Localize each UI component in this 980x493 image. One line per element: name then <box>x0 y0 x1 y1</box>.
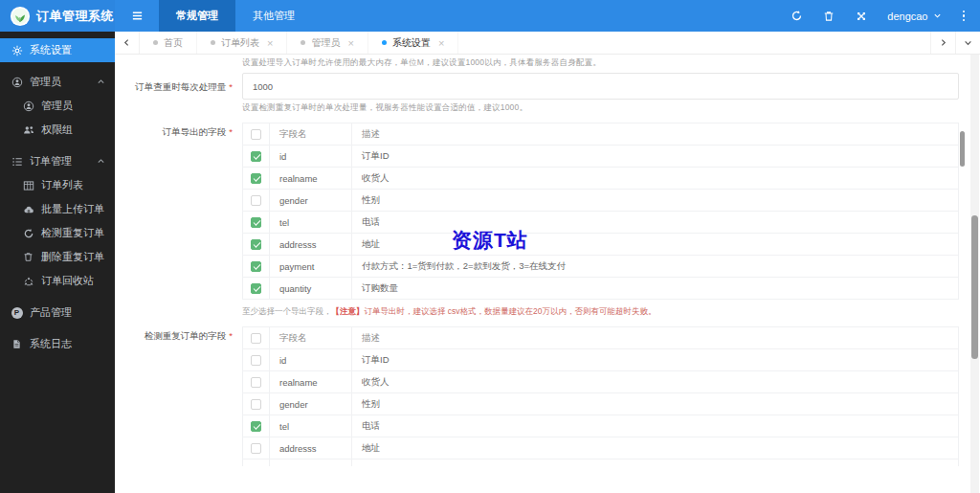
row-checkbox[interactable] <box>251 421 261 432</box>
row-checkbox[interactable] <box>251 217 261 228</box>
tab-label: 系统设置 <box>392 36 431 50</box>
sidebar-item-label: 管理员 <box>41 99 73 113</box>
tabs: 首页 订单列表 × 管理员 × 系统设置 × <box>140 32 458 54</box>
tab-home[interactable]: 首页 <box>140 32 197 54</box>
tab-scroll-left-button[interactable] <box>115 32 140 54</box>
tab-label: 管理员 <box>311 36 340 50</box>
column-header-field: 字段名 <box>270 327 352 349</box>
collapse-sidebar-button[interactable] <box>115 0 159 32</box>
recycle-icon <box>22 275 34 287</box>
page-scrollbar-thumb[interactable] <box>971 215 978 359</box>
settings-form: 设置处理导入订单时允许使用的最大内存，单位M，建议设置1000以内，具体看服务器… <box>115 55 980 466</box>
list-icon <box>11 155 23 168</box>
table-row: payment 付款方式：1=货到付款，2=款到发货，3=在线支付 <box>243 256 959 278</box>
table-row: gender 性别 <box>243 190 959 212</box>
row-checkbox[interactable] <box>251 151 261 162</box>
sidebar-item-label: 删除重复订单 <box>41 250 104 264</box>
sidebar-item-system-logs[interactable]: 系统日志 <box>0 332 115 356</box>
table-row: addresss 地址 <box>243 437 959 459</box>
table-icon <box>22 179 34 191</box>
table-row: gender 性别 <box>243 393 959 415</box>
export-note-text: 至少选择一个导出字段，【注意】订单导出时，建议选择 csv格式，数据量建议在20… <box>242 306 980 318</box>
top-menu-other[interactable]: 其他管理 <box>235 0 312 32</box>
select-all-checkbox[interactable] <box>251 333 261 344</box>
refresh-c-icon <box>22 227 34 239</box>
trash-icon <box>22 251 34 263</box>
tab-close-icon[interactable]: × <box>347 37 353 49</box>
page-scrollbar <box>970 55 979 493</box>
table-row: quantity 订购数量 <box>243 278 959 300</box>
logo-area: 订单管理系统 <box>0 0 115 32</box>
column-header-desc: 描述 <box>352 123 959 146</box>
row-checkbox[interactable] <box>251 399 261 410</box>
sidebar-item-label: 订单列表 <box>41 178 83 192</box>
sidebar-group-label: 管理员 <box>30 75 61 89</box>
tab-dot <box>301 40 305 45</box>
tab-dot <box>153 40 158 45</box>
users-icon <box>22 123 34 136</box>
sidebar-group-orders[interactable]: 订单管理 <box>0 149 115 173</box>
row-checkbox[interactable] <box>251 283 261 294</box>
column-header-field: 字段名 <box>270 123 352 146</box>
sidebar-item-detect-duplicate-orders[interactable]: 检测重复订单 <box>0 221 115 245</box>
select-all-checkbox[interactable] <box>251 129 261 140</box>
sidebar-group-admin[interactable]: 管理员 <box>0 70 115 94</box>
fullscreen-icon[interactable] <box>855 10 868 23</box>
sidebar-item-admin[interactable]: 管理员 <box>0 94 115 118</box>
sidebar-item-label: 系统日志 <box>30 337 72 351</box>
export-fields-row: 订单导出的字段* 字段名 描述 id 订单ID <box>115 118 980 300</box>
app-logo-sprout-icon <box>10 6 31 27</box>
user-icon <box>22 100 34 112</box>
sidebar-item-order-list[interactable]: 订单列表 <box>0 173 115 197</box>
duplicate-fields-row: 检测重复订单的字段* 字段名 描述 id 订单ID <box>115 322 980 466</box>
sidebar-item-product-management[interactable]: P 产品管理 <box>0 301 115 325</box>
tab-order-list[interactable]: 订单列表 × <box>197 32 287 54</box>
tab-close-icon[interactable]: × <box>438 37 444 49</box>
tab-system-settings[interactable]: 系统设置 × <box>368 32 458 54</box>
row-checkbox[interactable] <box>251 443 261 454</box>
table-row: realname 收货人 <box>243 168 959 190</box>
batch-size-row: 订单查重时每次处理量* <box>115 73 980 100</box>
batch-size-help-text: 设置检测重复订单时的单次处理量，视服务器性能设置合适的值，建议1000。 <box>242 102 980 114</box>
inner-scrollbar-thumb[interactable] <box>960 131 965 167</box>
tab-close-icon[interactable]: × <box>267 37 273 49</box>
row-checkbox[interactable] <box>251 239 261 250</box>
required-asterisk: * <box>229 81 233 92</box>
app-window: 订单管理系统 常规管理 其他管理 dengcao <box>0 0 980 493</box>
tab-admin[interactable]: 管理员 × <box>287 32 368 54</box>
top-menu: 常规管理 其他管理 <box>159 0 312 32</box>
sidebar-item-batch-upload-orders[interactable]: 批量上传订单 <box>0 197 115 221</box>
tab-label: 首页 <box>164 36 183 50</box>
sidebar: 系统设置 管理员 管理员 权限组 <box>0 32 115 493</box>
row-checkbox[interactable] <box>251 355 261 366</box>
row-checkbox[interactable] <box>251 195 261 206</box>
file-icon <box>11 338 23 350</box>
sidebar-item-delete-duplicate-orders[interactable]: 删除重复订单 <box>0 245 115 269</box>
sidebar-item-label: 系统设置 <box>30 43 72 57</box>
table-row: tel 电话 <box>243 212 959 234</box>
tab-menu-button[interactable] <box>955 32 980 54</box>
chevron-down-icon <box>964 38 972 47</box>
more-menu-icon[interactable] <box>961 9 968 24</box>
row-checkbox[interactable] <box>251 377 261 388</box>
table-header-row: 字段名 描述 <box>243 123 959 146</box>
row-checkbox[interactable] <box>251 261 261 272</box>
tab-scroll-right-button[interactable] <box>930 32 955 54</box>
export-fields-table: 字段名 描述 id 订单ID realname 收货人 <box>242 123 959 300</box>
required-asterisk: * <box>229 126 233 137</box>
sidebar-item-permission-groups[interactable]: 权限组 <box>0 118 115 142</box>
sidebar-item-label: 产品管理 <box>30 305 72 320</box>
user-menu[interactable]: dengcao <box>887 11 941 22</box>
row-checkbox[interactable] <box>251 173 261 184</box>
sidebar-item-order-recycle-bin[interactable]: 订单回收站 <box>0 269 115 293</box>
app-title: 订单管理系统 <box>36 8 114 25</box>
top-menu-general[interactable]: 常规管理 <box>159 0 235 32</box>
tab-label: 订单列表 <box>221 36 259 50</box>
chevron-left-icon <box>122 38 131 47</box>
sidebar-item-system-settings[interactable]: 系统设置 <box>0 38 115 62</box>
refresh-icon[interactable] <box>790 10 803 23</box>
product-p-icon: P <box>11 306 23 319</box>
trash-icon[interactable] <box>822 10 835 23</box>
required-asterisk: * <box>229 330 233 341</box>
batch-size-input[interactable] <box>242 73 959 100</box>
